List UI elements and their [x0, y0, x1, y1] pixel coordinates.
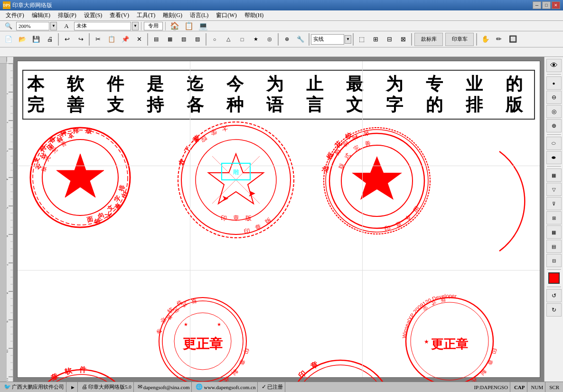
copy-button[interactable]: 📋 — [105, 33, 118, 46]
new-button[interactable]: 📄 — [2, 33, 15, 46]
align-center[interactable]: ▦ — [163, 33, 177, 46]
menu-settings[interactable]: 设置(S) — [80, 10, 106, 20]
font-icon: A — [60, 19, 73, 33]
cut-button[interactable]: ✂ — [91, 33, 104, 46]
img-btn1[interactable]: 🏠 — [168, 19, 181, 33]
rp-arrow-down[interactable]: ▽ — [546, 183, 562, 196]
special-mode-box: 专用 — [144, 22, 163, 30]
save-button[interactable]: 💾 — [29, 33, 43, 46]
zoom-icon: 🔍 — [2, 19, 15, 33]
stamp-correction-1[interactable]: 更正章 专 业 软 件 印 章 制 作 版 式 完 善 ★ ★ — [155, 294, 250, 382]
menu-view[interactable]: 查看(V) — [106, 10, 133, 20]
rp-grid2[interactable]: ⊞ — [546, 211, 562, 224]
rp-circle-dot[interactable]: ◎ — [546, 105, 562, 118]
rp-oval-h[interactable]: ⬭ — [546, 137, 562, 150]
app-icon: DPS — [3, 1, 10, 9]
line-type-dropdown[interactable]: ▼ — [345, 35, 351, 44]
menu-help[interactable]: 帮助(H) — [241, 10, 268, 20]
svg-text:★: ★ — [217, 322, 221, 327]
img-btn2[interactable]: 📋 — [182, 19, 196, 33]
rp-plus-circle[interactable]: ⊕ — [546, 119, 562, 132]
shape-btn3[interactable]: □ — [235, 33, 249, 46]
font-dropdown[interactable]: ▼ — [132, 22, 139, 30]
shape-btn2[interactable]: △ — [222, 33, 235, 46]
menu-bar: 文件(F) 编辑(E) 排版(P) 设置(S) 查看(V) 工具(T) 雕刻(G… — [0, 10, 563, 21]
font-input[interactable]: 未体 — [74, 22, 131, 30]
paste-button[interactable]: 📌 — [119, 33, 132, 46]
tool-btn2[interactable]: 🔧 — [294, 33, 307, 46]
close-button[interactable]: ✕ — [552, 1, 560, 9]
vertical-ruler: 1234567891011 — [7, 64, 13, 382]
line-tool-4[interactable]: ⊠ — [396, 33, 410, 46]
rp-refresh2[interactable]: ↻ — [546, 303, 562, 317]
svg-text:6: 6 — [7, 235, 9, 237]
right-panel: 👁 ● ⊖ ◎ ⊕ ⬭ ⬬ ▦ ▽ ⊽ ⊞ ▦ ▤ ⊟ ↺ ↻ — [544, 57, 563, 382]
company-icon: 🐦 — [4, 383, 11, 391]
rp-minus-circle[interactable]: ⊖ — [546, 91, 562, 104]
line-type-select[interactable]: 实线 — [311, 34, 344, 45]
shape-btn1[interactable]: ○ — [208, 33, 221, 46]
svg-text:更正章: 更正章 — [182, 336, 223, 351]
menu-edit[interactable]: 编辑(E) — [28, 10, 54, 20]
align-justify[interactable]: ▨ — [191, 33, 204, 46]
open-button[interactable]: 📂 — [16, 33, 29, 46]
svg-text:➤: ➤ — [248, 188, 256, 198]
stamp-circle-2[interactable]: 边 框 花 纹 各 种 排 版 印 章 专 用 版 式 完 善 — [321, 125, 433, 237]
stamp-circle-1[interactable]: 支 持 图 符 全 面 向 文 字 排 支 持 各 种 排 版 印 章 大 师 … — [28, 125, 132, 230]
svg-text:7: 7 — [7, 264, 9, 266]
hand-tool[interactable]: ✋ — [479, 33, 492, 46]
window-title: 印章大师网络版 — [12, 1, 533, 9]
shape-btn4[interactable]: ★ — [249, 33, 263, 46]
undo-button[interactable]: ↩ — [60, 33, 74, 46]
text-line-1: 本 软 件 是 迄 今 为 止 最 为 专 业 的 印 章 设 计 与 制 作 — [27, 74, 530, 94]
align-right[interactable]: ▧ — [177, 33, 190, 46]
img-btn3[interactable]: 💻 — [197, 19, 210, 33]
redo-button[interactable]: ↪ — [74, 33, 87, 46]
shape-btn5[interactable]: ◎ — [263, 33, 276, 46]
text-block: 本 软 件 是 迄 今 为 止 最 为 专 业 的 印 章 设 计 与 制 作 … — [22, 70, 535, 120]
status-company: 🐦 广西大鹏应用软件公司 — [2, 382, 66, 392]
rp-dot-button[interactable]: ● — [546, 76, 562, 90]
eye-dropper-tool[interactable]: 🔲 — [506, 33, 519, 46]
zoom-dropdown[interactable]: ▼ — [50, 22, 57, 30]
pen-tool[interactable]: ✏ — [492, 33, 506, 46]
window-controls: ─ □ ✕ — [533, 1, 560, 9]
svg-marker-189 — [352, 156, 402, 200]
rp-grid4[interactable]: ▤ — [546, 240, 562, 253]
stamp-cart-button[interactable]: 印章车 — [445, 33, 474, 46]
svg-text:9: 9 — [7, 321, 9, 323]
line-tool-1[interactable]: ⬚ — [355, 33, 368, 46]
align-left[interactable]: ▤ — [150, 33, 163, 46]
menu-tools[interactable]: 工具(T) — [133, 10, 159, 20]
rp-grid1[interactable]: ▦ — [546, 168, 562, 182]
reg-icon: ✓ — [262, 383, 266, 391]
stamp-library-button[interactable]: 款标库 — [414, 33, 443, 46]
status-num: NUM — [529, 382, 546, 392]
eye-button[interactable]: 👁 — [546, 59, 562, 72]
stamp-arc-bottom-2[interactable]: 排 版 印 章 — [283, 336, 397, 382]
delete-button[interactable]: ✕ — [132, 33, 146, 46]
rp-grid5[interactable]: ⊟ — [546, 254, 562, 267]
svg-text:★: ★ — [424, 338, 429, 345]
minimize-button[interactable]: ─ — [533, 1, 541, 9]
svg-text:5: 5 — [7, 207, 9, 209]
rp-oval-v[interactable]: ⬬ — [546, 151, 562, 164]
color-swatch-red[interactable] — [548, 272, 560, 284]
line-tool-3[interactable]: ⊟ — [383, 33, 396, 46]
status-cap: CAP — [512, 382, 527, 392]
line-tool-2[interactable]: ⊞ — [369, 33, 382, 46]
maximize-button[interactable]: □ — [542, 1, 551, 9]
menu-window[interactable]: 窗口(W) — [212, 10, 240, 20]
stamp-correction-2[interactable]: 更正章 WinsealXP 2009120 Developer 印 章 制 作 … — [402, 294, 497, 382]
svg-text:➤: ➤ — [222, 194, 229, 203]
rp-funnel[interactable]: ⊽ — [546, 197, 562, 210]
zoom-input[interactable]: 200% — [16, 22, 49, 30]
text-line-2: 完 善 支 持 各 种 语 言 文 字 的 排 版 ， 只 要 有 字 体 — [27, 95, 530, 115]
tool-btn1[interactable]: ⊕ — [280, 33, 293, 46]
stamp-gear-1[interactable]: 雕 农 工 蒙 大 学 院 印 章 版 印 章 版 — [174, 118, 298, 242]
status-product: 🖨 印章大师网络版5.0 — [80, 382, 134, 392]
rp-grid3[interactable]: ▦ — [546, 225, 562, 239]
rp-refresh1[interactable]: ↺ — [546, 289, 562, 302]
svg-text:8: 8 — [7, 292, 9, 294]
print-button[interactable]: 🖨 — [43, 33, 56, 46]
